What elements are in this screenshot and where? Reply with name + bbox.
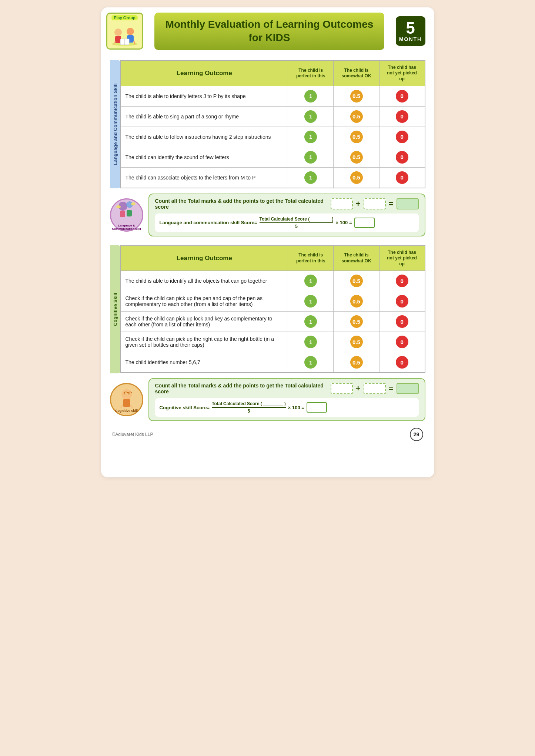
table-row: Check if the child can pick up lock and … <box>121 312 425 332</box>
page: Play Group <box>101 7 434 477</box>
cog-box2[interactable] <box>364 383 386 394</box>
score2-cell: 0.5 <box>334 86 379 106</box>
cog-badge-yellow: 0.5 <box>350 295 363 308</box>
language-summary: Language & Communication skill Count all… <box>110 194 425 236</box>
score1-cell: 1 <box>288 106 334 127</box>
cog-score1-cell: 1 <box>288 271 334 291</box>
box2[interactable] <box>364 198 386 209</box>
svg-line-20 <box>130 405 133 408</box>
svg-point-1 <box>114 28 122 36</box>
svg-rect-18 <box>123 399 130 407</box>
outcome-cell: The child is able to identify letters J … <box>121 86 288 106</box>
cog-box1[interactable] <box>331 383 353 394</box>
cognitive-table: Learning Outcome The child is perfect in… <box>120 245 425 373</box>
cog-score3-cell: 0 <box>379 312 425 332</box>
cog-score2-cell: 0.5 <box>334 352 379 373</box>
outcome-header: Learning Outcome <box>121 61 288 86</box>
score3-cell: 0 <box>379 147 425 167</box>
plus-sign: + <box>356 199 361 209</box>
cog-outcome-cell: Check if the child can pick up lock and … <box>121 312 288 332</box>
multiply-label: × 100 = <box>335 220 352 225</box>
cog-badge-yellow: 0.5 <box>350 275 363 287</box>
box1[interactable] <box>331 198 353 209</box>
cog-badge-green: 1 <box>304 356 317 369</box>
formula-denominator: 5 <box>295 223 298 229</box>
svg-point-21 <box>124 393 125 394</box>
table-row: The child is able to identify letters J … <box>121 86 425 106</box>
badge-red: 0 <box>396 110 408 123</box>
cog-score1-cell: 1 <box>288 352 334 373</box>
cog-col1-header: The child is perfect in this <box>288 246 334 271</box>
cog-badge-yellow: 0.5 <box>350 356 363 369</box>
count-row: Count all the Total marks & add the poin… <box>155 198 419 210</box>
cog-badge-green: 1 <box>304 336 317 348</box>
cog-score3-cell: 0 <box>379 332 425 352</box>
badge-green: 1 <box>304 90 317 103</box>
cog-equals-sign: = <box>389 384 394 393</box>
formula-numerator: Total Calculated Score ( ________ ) <box>260 216 334 223</box>
score2-cell: 0.5 <box>334 106 379 127</box>
svg-point-5 <box>127 28 134 35</box>
badge-red: 0 <box>396 90 408 103</box>
cog-col2-header: The child is somewhat OK <box>334 246 379 271</box>
table-row: The child can associate objects to the l… <box>121 167 425 188</box>
cognitive-skill-label: Cognitive Skill <box>110 245 120 373</box>
month-label: MONTH <box>399 36 422 42</box>
table-row: The child can identify the sound of few … <box>121 147 425 167</box>
header-title: Monthly Evaluation of Learning Outcomes … <box>143 13 396 50</box>
language-icon <box>116 199 138 224</box>
outcome-cell: The child can associate objects to the l… <box>121 167 288 188</box>
cog-badge-red: 0 <box>396 275 408 287</box>
cog-badge-yellow: 0.5 <box>350 315 363 328</box>
header: Play Group <box>101 7 434 54</box>
badge-red: 0 <box>396 131 408 143</box>
svg-rect-13 <box>120 211 125 217</box>
score3-cell: 0 <box>379 86 425 106</box>
cognitive-icon-label: Cognitive skill <box>115 409 138 413</box>
title-line2: for KIDS <box>165 31 374 44</box>
table-row: The child is able to identify all the ob… <box>121 271 425 291</box>
cog-score2-cell: 0.5 <box>334 312 379 332</box>
score3-cell: 0 <box>379 167 425 188</box>
footer: ©Adiuvaret Kids LLP 29 <box>101 421 434 441</box>
cog-outcome-header: Learning Outcome <box>121 246 288 271</box>
language-table: Learning Outcome The child is perfect in… <box>120 60 425 188</box>
cog-badge-yellow: 0.5 <box>350 336 363 348</box>
cog-result-box[interactable] <box>397 383 419 394</box>
cog-score3-cell: 0 <box>379 352 425 373</box>
score2-cell: 0.5 <box>334 127 379 147</box>
cog-score1-cell: 1 <box>288 332 334 352</box>
cog-formula-fraction: Total Calculated Score ( ________ ) 5 <box>212 401 286 414</box>
badge-yellow: 0.5 <box>350 90 363 103</box>
language-icon-label: Language & Communication skill <box>111 224 142 231</box>
cog-formula-label: Cognitive skill Score= <box>160 405 210 410</box>
col2-header: The child is somewhat OK <box>334 61 379 86</box>
language-score-content: Count all the Total marks & add the poin… <box>148 194 425 236</box>
logo-image <box>110 21 140 47</box>
badge-yellow: 0.5 <box>350 151 363 164</box>
score2-cell: 0.5 <box>334 147 379 167</box>
cog-outcome-cell: Check if the child can pick up the right… <box>121 332 288 352</box>
cognitive-score-content: Count all the Total marks & add the poin… <box>148 378 425 421</box>
cog-formula-denominator: 5 <box>248 408 250 414</box>
cog-outcome-cell: The child identifies number 5,6,7 <box>121 352 288 373</box>
cog-score-result-box[interactable] <box>307 402 327 413</box>
month-box: 5 MONTH <box>396 16 425 46</box>
cognitive-table-wrap: Cognitive Skill Learning Outcome The chi… <box>110 245 425 373</box>
equals-sign: = <box>389 199 394 209</box>
cog-score2-cell: 0.5 <box>334 271 379 291</box>
result-box[interactable] <box>397 198 419 209</box>
score1-cell: 1 <box>288 147 334 167</box>
cog-score3-cell: 0 <box>379 271 425 291</box>
table-header-row: Learning Outcome The child is perfect in… <box>121 61 425 86</box>
score1-cell: 1 <box>288 167 334 188</box>
table-row: The child identifies number 5,6,7 1 0.5 … <box>121 352 425 373</box>
score3-cell: 0 <box>379 127 425 147</box>
table-row: The child is able to sing a part of a so… <box>121 106 425 127</box>
badge-red: 0 <box>396 171 408 184</box>
language-table-wrap: Language and Communication Skill Learnin… <box>110 60 425 188</box>
score-result-box[interactable] <box>354 218 375 228</box>
score3-cell: 0 <box>379 106 425 127</box>
badge-green: 1 <box>304 151 317 164</box>
cog-table-header-row: Learning Outcome The child is perfect in… <box>121 246 425 271</box>
